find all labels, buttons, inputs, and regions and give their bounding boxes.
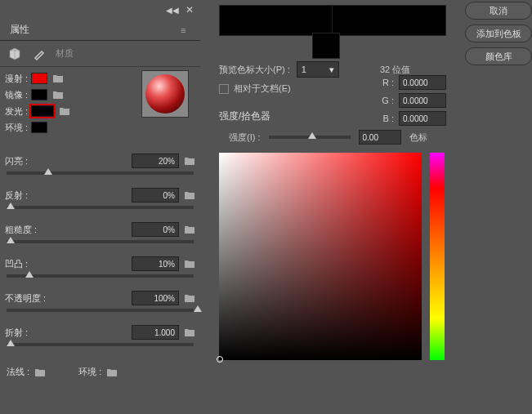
- folder-icon[interactable]: [184, 293, 195, 303]
- folder-icon[interactable]: [106, 367, 118, 377]
- slider-label-5: 折射 :: [5, 327, 54, 339]
- specular-swatch[interactable]: [31, 89, 47, 100]
- relative-label: 相对于文档(E): [234, 82, 291, 95]
- diffuse-swatch[interactable]: [31, 73, 47, 84]
- slider-label-4: 不透明度 :: [5, 292, 54, 305]
- glow-label: 发光 :: [5, 105, 31, 118]
- r32-label: R :: [378, 78, 394, 87]
- panel-title[interactable]: 属性: [0, 20, 39, 40]
- diffuse-label: 漫射 :: [5, 73, 31, 85]
- slider-input-4[interactable]: [132, 291, 179, 305]
- color-current-chip: [312, 33, 340, 59]
- slider-input-1[interactable]: [132, 188, 179, 203]
- bit-label: 32 位值: [380, 64, 410, 76]
- slider-input-2[interactable]: [132, 222, 179, 237]
- close-icon[interactable]: ✕: [186, 4, 194, 16]
- ambient-label: 环境 :: [5, 122, 31, 134]
- panel-menu-icon[interactable]: ≡: [181, 25, 194, 35]
- slider-track-1[interactable]: [7, 206, 194, 209]
- folder-icon[interactable]: [52, 90, 64, 100]
- g32-input[interactable]: [399, 93, 446, 108]
- relative-checkbox[interactable]: [219, 84, 229, 94]
- folder-icon[interactable]: [34, 367, 46, 377]
- chevron-down-icon: ▾: [329, 65, 334, 75]
- slider-input-5[interactable]: [132, 325, 179, 340]
- glow-swatch[interactable]: [31, 105, 54, 117]
- cube-tool-icon[interactable]: [7, 46, 23, 62]
- normal-label: 法线 :: [7, 366, 29, 378]
- intensity-label: 强度(I) :: [229, 131, 261, 144]
- g32-label: G :: [378, 96, 394, 105]
- r32-input[interactable]: [399, 75, 446, 90]
- slider-track-2[interactable]: [7, 240, 194, 243]
- slider-track-5[interactable]: [7, 343, 194, 346]
- collapse-icon[interactable]: ◀◀: [166, 6, 179, 15]
- folder-icon[interactable]: [184, 259, 195, 269]
- slider-input-0[interactable]: [132, 154, 179, 168]
- sv-picker[interactable]: [219, 153, 422, 360]
- swatch-label: 色标: [409, 131, 427, 144]
- ambient-swatch[interactable]: [31, 122, 47, 133]
- sv-cursor: [217, 356, 223, 363]
- material-preview: [141, 70, 189, 118]
- brush-tool-icon[interactable]: [31, 46, 47, 62]
- specular-label: 镜像 :: [5, 89, 31, 101]
- slider-label-3: 凹凸 :: [5, 258, 54, 270]
- color-preview-after: [332, 5, 446, 36]
- folder-icon[interactable]: [184, 225, 195, 234]
- intensity-slider[interactable]: [269, 136, 351, 139]
- cancel-button[interactable]: 取消: [465, 2, 532, 20]
- hue-slider[interactable]: [430, 153, 445, 360]
- sphere-icon: [145, 74, 185, 114]
- b32-input[interactable]: [399, 111, 446, 126]
- picker-section-title: 强度/拾色器: [219, 109, 532, 123]
- folder-icon[interactable]: [184, 190, 195, 200]
- color-preview-before: [219, 5, 333, 36]
- env-label: 环境 :: [78, 366, 101, 378]
- slider-track-3[interactable]: [7, 274, 194, 278]
- add-swatch-button[interactable]: 添加到色板: [465, 24, 532, 42]
- slider-label-1: 反射 :: [5, 189, 54, 202]
- folder-icon[interactable]: [52, 73, 64, 83]
- folder-icon[interactable]: [59, 106, 70, 116]
- b32-label: B :: [378, 114, 394, 123]
- folder-icon[interactable]: [184, 156, 195, 166]
- preview-size-value: 1: [302, 65, 306, 74]
- slider-track-0[interactable]: [7, 171, 194, 175]
- slider-track-4[interactable]: [7, 309, 194, 312]
- intensity-input[interactable]: [359, 130, 401, 145]
- slider-label-2: 粗糙度 :: [5, 224, 54, 236]
- slider-input-3[interactable]: [132, 256, 179, 271]
- preview-size-label: 预览色标大小(P) :: [219, 64, 290, 76]
- preview-size-select[interactable]: 1 ▾: [297, 61, 339, 78]
- tool-label: 材质: [56, 47, 74, 60]
- folder-icon[interactable]: [184, 327, 195, 337]
- color-lib-button[interactable]: 颜色库: [465, 47, 532, 65]
- slider-label-0: 闪亮 :: [5, 155, 54, 167]
